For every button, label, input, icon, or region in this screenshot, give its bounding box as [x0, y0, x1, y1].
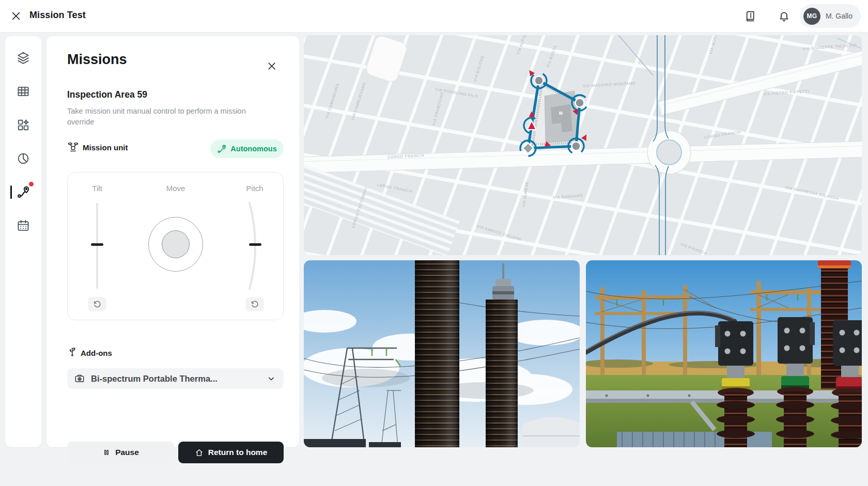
move-label: Move: [166, 184, 185, 193]
pause-button-label: Pause: [115, 448, 139, 457]
route-pin-icon: [217, 144, 227, 154]
reset-icon: [94, 301, 101, 308]
sidebar-item-missions[interactable]: [12, 181, 35, 203]
table-icon: [17, 85, 30, 98]
sidebar-item-calendar[interactable]: [12, 214, 35, 237]
camera-feed-photo-2[interactable]: [586, 260, 862, 447]
drone-icon: [67, 141, 79, 155]
layers-icon: [17, 51, 30, 65]
chevron-down-icon: [266, 373, 276, 384]
calendar-icon: [17, 219, 30, 232]
addons-label: Add-ons: [81, 349, 112, 357]
addon-selected-value: Bi-spectrum Portable Therma...: [91, 374, 260, 384]
status-badge-label: Autonomous: [230, 145, 276, 153]
missions-panel: Missions Inspection Area 59 Take mission…: [47, 36, 299, 447]
panel-close-icon[interactable]: [266, 60, 278, 72]
pause-icon: [102, 448, 111, 457]
panel-title: Missions: [67, 52, 127, 68]
notifications-bell-icon[interactable]: [777, 9, 791, 23]
avatar: MG: [803, 8, 820, 25]
apps-icon: [17, 118, 30, 132]
tilt-label: Tilt: [92, 184, 102, 193]
return-home-button[interactable]: Return to home: [178, 442, 284, 463]
left-sidebar: [5, 36, 41, 447]
mission-route-icon: [17, 185, 30, 199]
home-icon: [195, 448, 204, 457]
status-badge: Autonomous: [210, 139, 284, 158]
sidebar-item-apps[interactable]: [12, 114, 35, 136]
return-home-label: Return to home: [208, 448, 268, 457]
pie-chart-icon: [17, 152, 30, 165]
pitch-label: Pitch: [246, 184, 263, 193]
move-joystick-handle[interactable]: [162, 230, 190, 258]
tilt-slider-handle[interactable]: [91, 243, 103, 246]
addon-dropdown[interactable]: Bi-spectrum Portable Therma...: [67, 368, 284, 389]
sidebar-item-analytics[interactable]: [12, 147, 35, 170]
docs-book-icon[interactable]: [743, 9, 757, 23]
pitch-reset-button[interactable]: [245, 297, 264, 311]
notification-dot: [29, 182, 34, 186]
user-name: M. Gallo: [826, 12, 853, 20]
active-indicator: [10, 185, 12, 199]
tilt-reset-button[interactable]: [88, 297, 106, 311]
mission-name: Inspection Area 59: [67, 89, 147, 100]
pitch-slider-track[interactable]: [238, 200, 269, 292]
reset-icon: [251, 301, 259, 308]
mission-route-overlay: [304, 35, 862, 255]
user-menu[interactable]: MG M. Gallo: [800, 4, 861, 28]
page-title: Mission Test: [29, 10, 86, 21]
camera-feed-photo-1[interactable]: [304, 260, 580, 447]
sidebar-item-table[interactable]: [12, 80, 35, 103]
top-bar: Mission Test MG M. Gallo: [0, 0, 868, 33]
mission-unit-label: Mission unit: [83, 143, 128, 152]
mission-description: Take mission unit manual control to perf…: [67, 106, 253, 128]
app-close-icon[interactable]: [9, 9, 23, 23]
pitch-slider-handle[interactable]: [249, 243, 261, 246]
pause-button[interactable]: Pause: [67, 442, 174, 463]
tilt-slider-track[interactable]: [96, 203, 98, 289]
sidebar-item-layers[interactable]: [12, 46, 35, 69]
mission-map[interactable]: VIA CAMANDONA VIA CAMBURZANO VIA ROSOLIN…: [304, 35, 862, 255]
usb-icon: [67, 347, 78, 359]
manual-control-card: Tilt Move Pitch: [67, 172, 284, 320]
camera-icon: [74, 373, 85, 384]
